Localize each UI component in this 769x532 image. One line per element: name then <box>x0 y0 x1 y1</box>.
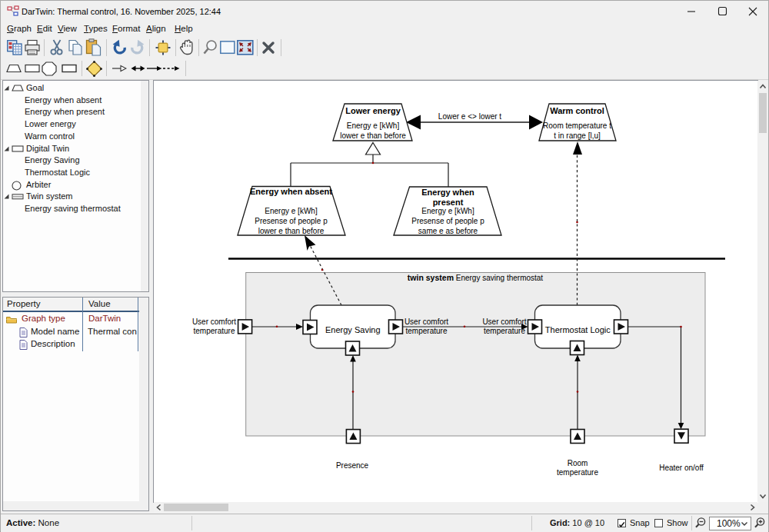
svg-text:Presense of people p: Presense of people p <box>255 217 328 225</box>
svg-text:temperature: temperature <box>484 327 525 335</box>
svg-text:Presense of people p: Presense of people p <box>411 217 484 225</box>
svg-text:t in range [l,u]: t in range [l,u] <box>554 131 601 140</box>
svg-text:lower e than before: lower e than before <box>258 227 325 235</box>
svg-text:lower e than before: lower e than before <box>340 131 406 140</box>
svg-text:temperature: temperature <box>194 327 235 335</box>
svg-text:Energy e [kWh]: Energy e [kWh] <box>265 207 318 215</box>
svg-text:Lower energy: Lower energy <box>345 106 401 115</box>
svg-text:twin system Energy saving ther: twin system Energy saving thermostat <box>408 273 543 282</box>
svg-text:Lower e <> lower t: Lower e <> lower t <box>438 112 501 121</box>
svg-text:Warm control: Warm control <box>550 106 604 115</box>
svg-text:same e as before: same e as before <box>418 227 478 235</box>
svg-text:User comfort: User comfort <box>404 318 448 326</box>
svg-text:Energy when absent: Energy when absent <box>250 187 332 196</box>
svg-text:Room: Room <box>568 459 588 467</box>
svg-text:User comfort: User comfort <box>192 318 236 326</box>
svg-text:Energy when: Energy when <box>421 188 474 197</box>
svg-text:Thermostat Logic: Thermostat Logic <box>545 325 611 334</box>
svg-text:Energy e [kWh]: Energy e [kWh] <box>347 121 400 130</box>
svg-text:User comfort: User comfort <box>482 318 526 326</box>
svg-text:present: present <box>433 198 464 207</box>
svg-text:Heater on/off: Heater on/off <box>659 464 704 472</box>
svg-text:temperature: temperature <box>557 468 598 477</box>
svg-text:Room temperature t: Room temperature t <box>543 121 611 130</box>
svg-text:Presence: Presence <box>336 461 369 470</box>
svg-text:temperature: temperature <box>406 327 448 335</box>
svg-text:Energy e [kWh]: Energy e [kWh] <box>421 207 474 215</box>
svg-text:Energy Saving: Energy Saving <box>325 325 381 334</box>
